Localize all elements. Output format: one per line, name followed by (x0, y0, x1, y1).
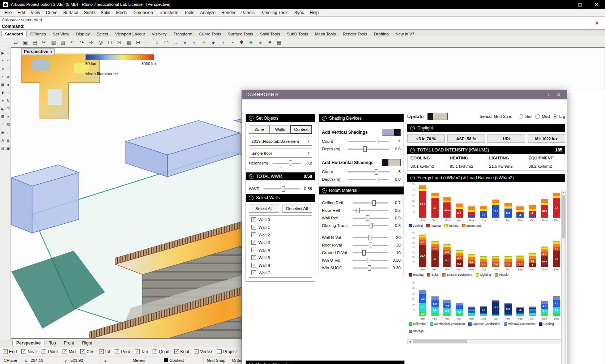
osnap-perp[interactable]: ✓Perp (115, 349, 130, 354)
toolbar-tab-display[interactable]: Display (73, 31, 93, 37)
wall-refl-slider[interactable] (353, 218, 388, 219)
osnap-mid[interactable]: ✓Mid (63, 349, 76, 354)
osnap-int-checkbox[interactable]: ✓ (99, 349, 104, 354)
arc-icon[interactable]: ◠ (162, 38, 171, 47)
set-objects-header[interactable]: ^ Set Objects (246, 114, 315, 122)
expand-chevron-icon[interactable]: ⌄ (249, 165, 312, 170)
collapse-icon[interactable]: ^ (249, 116, 253, 121)
osnap-project[interactable]: Project (217, 349, 237, 354)
menu-paneling-tools[interactable]: Paneling Tools (258, 9, 291, 16)
wall-list-item[interactable]: ✓Wall 2 (249, 231, 312, 239)
osnap-knot[interactable]: ✓Knot (174, 349, 189, 354)
minimize-button[interactable]: – (563, 2, 566, 7)
render-sphere-icon[interactable]: ● (181, 38, 189, 47)
analyze-sphere-icon[interactable]: ◑ (218, 38, 227, 47)
scrollbar-thumb[interactable] (413, 340, 467, 343)
menu-transform[interactable]: Transform (156, 9, 181, 16)
add-viewport-icon[interactable]: + (99, 341, 101, 346)
capture-header[interactable]: ^ Capture Alternative (246, 361, 404, 364)
osnap-int[interactable]: ✓Int (99, 349, 110, 354)
select-walls-header[interactable]: ^ Select Walls (246, 194, 315, 202)
menu-edit[interactable]: Edit (15, 9, 27, 16)
wall-r-val-thumb[interactable] (368, 235, 371, 240)
shaded-sphere-icon[interactable]: ◐ (190, 38, 199, 47)
scroll-up-icon[interactable]: ▲ (562, 190, 565, 194)
energy-charts-header[interactable]: ^ Energy Load (kWh/m2) & Load Balance (k… (407, 174, 565, 182)
units-cell[interactable]: Meters (129, 356, 160, 364)
horizontal-depth-m-thumb[interactable] (376, 177, 379, 182)
wall-list-item[interactable]: ✓Wall 3 (249, 239, 312, 246)
win-u-val-thumb[interactable] (367, 258, 370, 263)
horizontal-shadings-toggle[interactable] (382, 159, 401, 166)
collapse-icon[interactable]: ^ (249, 196, 253, 200)
paste-icon[interactable]: ▧ (59, 38, 67, 47)
redo-icon[interactable]: ↷ (77, 38, 86, 47)
radio-lrg-icon[interactable] (553, 114, 557, 119)
zone-dropdown[interactable]: 2019::Hospital::Basement ▾ (249, 137, 312, 146)
wall-6-checkbox[interactable]: ✓ (251, 263, 256, 267)
total-wwr-header[interactable]: ^ TOTAL WWR 0.58 (246, 172, 315, 180)
dashboard-maximize-button[interactable]: □ (546, 92, 549, 97)
wall-list-item[interactable]: ✓Wall 1 (249, 223, 312, 231)
osnap-tan-checkbox[interactable]: ✓ (135, 349, 140, 354)
dashboard-title-bar[interactable]: DASHBOARD – □ ✕ (242, 90, 567, 99)
menu-file[interactable]: File (2, 9, 14, 16)
sensor-size-sml[interactable]: Sml (519, 114, 532, 119)
chevron-down-icon[interactable]: ▾ (50, 50, 52, 54)
collapse-icon[interactable]: ^ (322, 188, 327, 193)
hide-icon[interactable]: ◍ (0, 144, 5, 152)
floor-dropdown[interactable]: Single floor ▾ (249, 149, 312, 158)
update-toggle[interactable] (427, 113, 448, 120)
dashboard-minimize-button[interactable]: – (535, 92, 538, 97)
dashboard-vertical-scrollbar[interactable]: ▲ (561, 190, 566, 364)
measure-icon[interactable]: ↔ (171, 38, 180, 47)
menu-panels[interactable]: Panels (239, 9, 257, 16)
fillet-icon[interactable]: ◜ (0, 120, 5, 128)
context-button[interactable]: Context (290, 125, 312, 134)
toolbar-tab-set-view[interactable]: Set View (50, 31, 72, 37)
toolbar-tab-subd-tools[interactable]: SubD Tools (284, 31, 311, 37)
sun-icon[interactable]: ☀ (200, 38, 208, 47)
toolbar-tab-curve-tools[interactable]: Curve Tools (196, 31, 225, 37)
osnap-quad[interactable]: ✓Quad (153, 349, 169, 354)
win-shgc-slider[interactable] (353, 267, 388, 269)
gear-icon[interactable]: ✱ (237, 38, 246, 47)
toolbar-tab-viewport-layout[interactable]: Viewport Layout (112, 31, 148, 37)
lasso-select-icon[interactable]: ◌ (5, 49, 11, 57)
menu-mesh[interactable]: Mesh (114, 9, 129, 16)
scrollbar-thumb[interactable] (562, 195, 565, 239)
wall-7-checkbox[interactable]: ✓ (251, 270, 256, 275)
daylight-header[interactable]: ^ Daylight (407, 124, 565, 132)
vertical-depth-m-slider[interactable] (348, 149, 389, 150)
osnap-knot-checkbox[interactable]: ✓ (174, 349, 179, 354)
menu-curve[interactable]: Curve (43, 9, 60, 16)
roof-r-val-slider[interactable] (353, 245, 388, 246)
scroll-left-icon[interactable]: ◄ (408, 340, 412, 344)
osnap-point-checkbox[interactable]: ✓ (42, 349, 46, 354)
wall-list-item[interactable]: ✓Wall 5 (249, 254, 312, 261)
ground-r-val-thumb[interactable] (362, 250, 366, 256)
ground-r-val-slider[interactable] (353, 252, 388, 253)
save-file-icon[interactable]: ▣ (21, 38, 30, 47)
cplane-cell[interactable]: CPlane (0, 356, 21, 364)
scale-icon[interactable]: ◣ (0, 104, 5, 112)
pan-icon[interactable]: ✛ (87, 38, 95, 47)
line-icon[interactable]: — (143, 38, 152, 47)
floor-refl-thumb[interactable] (357, 208, 360, 213)
paneling-icon[interactable]: ◈ (247, 38, 255, 47)
command-close-icon[interactable]: ✕ (595, 20, 599, 26)
shading-devices-header[interactable]: ^ Shading Devices (319, 114, 404, 122)
collapse-icon[interactable]: ^ (249, 174, 253, 179)
wall-5-checkbox[interactable]: ✓ (251, 255, 256, 260)
osnap-near[interactable]: ✓Near (21, 349, 37, 354)
walls-button[interactable]: Walls (270, 125, 291, 134)
wall-2-checkbox[interactable]: ✓ (251, 232, 256, 237)
win-shgc-thumb[interactable] (368, 265, 371, 271)
polyline-icon[interactable]: ∠ (0, 73, 5, 81)
height-thumb[interactable] (289, 160, 292, 166)
menu-solid[interactable]: Solid (98, 9, 113, 16)
box-icon[interactable]: ▦ (0, 81, 5, 89)
height-slider[interactable] (273, 163, 301, 164)
properties-icon[interactable]: ▦ (275, 38, 284, 47)
undo-icon[interactable]: ↶ (68, 38, 77, 47)
